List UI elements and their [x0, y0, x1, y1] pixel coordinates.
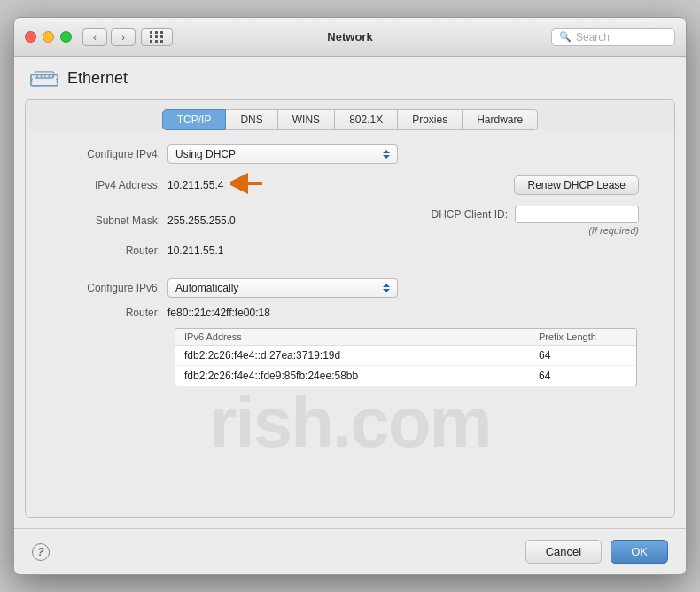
subnet-mask-value: 255.255.255.0: [167, 214, 236, 227]
table-row: fdb2:2c26:f4e4::fde9:85fb:24ee:58bb 64: [175, 366, 636, 386]
back-button[interactable]: ‹: [82, 28, 107, 46]
ethernet-icon: [30, 67, 58, 89]
renew-dhcp-button[interactable]: Renew DHCP Lease: [514, 175, 639, 195]
prefix-length-2: 64: [539, 370, 627, 382]
router-ipv6-value: fe80::21c:42ff:fe00:18: [167, 307, 270, 319]
configure-ipv4-label: Configure IPv4:: [43, 148, 167, 160]
prefix-length-1: 64: [539, 349, 627, 362]
bottom-actions: Cancel OK: [525, 540, 668, 564]
maximize-button[interactable]: [60, 31, 72, 43]
subnet-mask-row: Subnet Mask: 255.255.255.0 DHCP Client I…: [43, 206, 657, 236]
bottom-bar: ? Cancel OK: [14, 528, 686, 574]
tab-8021x[interactable]: 802.1X: [335, 109, 398, 130]
ipv4-address-row: IPv4 Address: 10.211.55.4 Renew DHCP: [43, 173, 657, 197]
tabs-bar: TCP/IP DNS WINS 802.1X Proxies Hardware: [26, 100, 674, 130]
forward-button[interactable]: ›: [111, 28, 136, 46]
dhcp-client-row: DHCP Client ID:: [432, 206, 639, 223]
ok-button[interactable]: OK: [611, 540, 668, 564]
router-ipv6-label: Router:: [43, 307, 167, 319]
watermark: rish.com: [209, 382, 490, 463]
tab-dns[interactable]: DNS: [226, 109, 277, 130]
configure-ipv4-row: Configure IPv4: Using DHCP: [43, 144, 657, 164]
configure-ipv4-select[interactable]: Using DHCP: [167, 144, 398, 164]
ipv4-address-label: IPv4 Address:: [43, 179, 167, 191]
if-required-label: (If required): [588, 225, 639, 236]
dhcp-client-section: DHCP Client ID: (If required): [432, 206, 639, 236]
tab-proxies[interactable]: Proxies: [398, 109, 463, 130]
cancel-button[interactable]: Cancel: [525, 540, 602, 564]
table-row: fdb2:2c26:f4e4::d:27ea:3719:19d 64: [175, 346, 636, 366]
ipv6-address-1: fdb2:2c26:f4e4::d:27ea:3719:19d: [184, 349, 539, 362]
content-area: TCP/IP DNS WINS 802.1X Proxies Hardware …: [25, 99, 675, 518]
select-arrow-ipv6-icon: [383, 284, 390, 292]
tab-tcpip[interactable]: TCP/IP: [162, 109, 227, 130]
configure-ipv4-value: Using DHCP: [175, 148, 236, 160]
router-ipv6-row: Router: fe80::21c:42ff:fe00:18: [43, 307, 657, 319]
grid-button[interactable]: [141, 28, 173, 46]
search-placeholder: Search: [576, 31, 610, 43]
router-row: Router: 10.211.55.1: [43, 245, 657, 257]
orange-arrow-icon: [230, 173, 264, 197]
minimize-button[interactable]: [43, 31, 54, 43]
col-prefix-header: Prefix Length: [539, 331, 627, 342]
search-bar[interactable]: 🔍 Search: [551, 28, 675, 46]
ipv6-table: IPv6 Address Prefix Length fdb2:2c26:f4e…: [175, 328, 637, 386]
router-label: Router:: [43, 245, 167, 257]
router-value: 10.211.55.1: [167, 245, 223, 257]
network-window: ‹ › Network 🔍 Search: [13, 17, 687, 575]
col-address-header: IPv6 Address: [184, 331, 539, 342]
titlebar: ‹ › Network 🔍 Search: [14, 18, 686, 57]
configure-ipv6-value: Automatically: [175, 282, 238, 294]
ethernet-header: Ethernet: [14, 57, 686, 99]
traffic-lights: [25, 31, 72, 43]
configure-ipv6-row: Configure IPv6: Automatically: [43, 278, 657, 298]
ipv4-address-value: 10.211.55.4: [167, 179, 223, 191]
form-area: Configure IPv4: Using DHCP IPv4 Address:…: [26, 130, 674, 517]
tab-hardware[interactable]: Hardware: [463, 109, 538, 130]
configure-ipv6-select[interactable]: Automatically: [167, 278, 398, 298]
nav-buttons: ‹ ›: [82, 28, 136, 46]
window-title: Network: [327, 30, 372, 43]
grid-icon: [150, 31, 164, 43]
close-button[interactable]: [25, 31, 36, 43]
ipv6-table-header: IPv6 Address Prefix Length: [175, 329, 636, 346]
dhcp-client-input[interactable]: [515, 206, 639, 223]
tab-wins[interactable]: WINS: [278, 109, 335, 130]
select-arrow-icon: [383, 150, 390, 159]
subnet-mask-label: Subnet Mask:: [43, 214, 167, 227]
configure-ipv6-label: Configure IPv6:: [43, 282, 167, 294]
ethernet-label: Ethernet: [67, 69, 128, 88]
search-icon: 🔍: [559, 31, 572, 43]
help-button[interactable]: ?: [32, 543, 50, 561]
dhcp-client-label: DHCP Client ID:: [432, 208, 508, 221]
ipv6-address-2: fdb2:2c26:f4e4::fde9:85fb:24ee:58bb: [184, 370, 539, 382]
